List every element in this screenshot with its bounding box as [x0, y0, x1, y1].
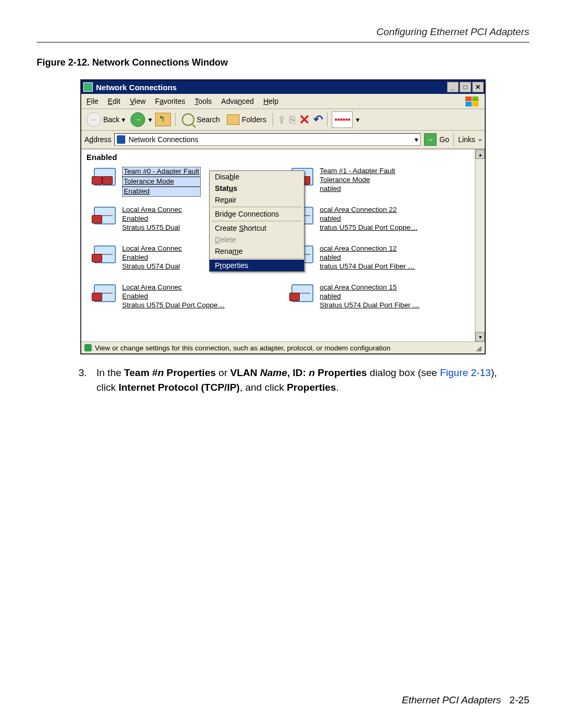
scroll-down-icon[interactable]: ▾ [475, 332, 485, 341]
resize-grip-icon[interactable]: ◢ [476, 344, 482, 352]
team-icon [91, 167, 117, 186]
copy-icon[interactable]: ⎘ [289, 114, 296, 126]
header-rule [37, 42, 529, 42]
item-line2: nabled [320, 292, 420, 301]
ctx-separator [212, 258, 302, 259]
folders-label: Folders [242, 115, 266, 124]
separator [453, 133, 454, 146]
search-icon [182, 113, 194, 126]
maximize-button[interactable]: □ [460, 82, 471, 92]
window-title: Network Connections [96, 83, 447, 92]
connection-lac-12[interactable]: ocal Area Connection 12 nabled tratus U5… [288, 244, 475, 281]
statusbar: View or change settings for this connect… [81, 341, 485, 354]
t: , and click [240, 382, 287, 393]
ctx-shortcut[interactable]: Create Shortcut [210, 222, 304, 234]
nic-icon [91, 206, 117, 224]
up-folder-button[interactable] [155, 113, 171, 126]
screenshot-container: Network Connections _ □ ✕ File Edit View… [37, 80, 529, 354]
status-icon [84, 344, 92, 351]
menu-view[interactable]: View [130, 97, 146, 105]
t: n [158, 367, 164, 378]
delete-icon[interactable]: ✕ [299, 114, 310, 125]
separator [327, 113, 328, 126]
menu-file[interactable]: File [86, 97, 99, 105]
context-menu: Disable Status Repair Bridge Connections… [209, 170, 304, 272]
connection-lac-15[interactable]: ocal Area Connection 15 nabled Stratus U… [288, 283, 475, 320]
t: Team # [124, 367, 158, 378]
item-line2: nabled [320, 253, 415, 262]
connection-team1[interactable]: Team #1 - Adapter Fault Tolerance Mode n… [288, 167, 475, 204]
connection-lac-22[interactable]: ocal Area Connection 22 nabled tratus U5… [288, 206, 475, 242]
go-label: Go [440, 135, 450, 144]
item-line3: Stratus U574 Dual [122, 262, 182, 271]
connection-lac-left-3[interactable]: Local Area Connec Enabled Stratus U575 D… [91, 283, 278, 320]
figure-caption: Figure 2-12. Network Connections Window [37, 57, 529, 68]
menubar: File Edit View Favorites Tools Advanced … [81, 94, 485, 109]
t: . [336, 382, 339, 393]
ctx-bridge[interactable]: Bridge Connections [210, 208, 304, 220]
links-label[interactable]: Links [458, 135, 475, 144]
back-button[interactable]: ← Back ▾ [84, 111, 127, 128]
nic-icon [91, 283, 117, 302]
dropdown-icon[interactable]: ▾ [415, 135, 418, 144]
menu-tools[interactable]: Tools [194, 97, 212, 105]
move-icon[interactable]: ⇪ [277, 113, 286, 126]
t: , ID: [287, 367, 309, 378]
item-line3: nabled [320, 185, 395, 194]
dropdown-icon: ▾ [122, 115, 125, 124]
ctx-rename[interactable]: Rename [210, 245, 304, 257]
network-connections-window: Network Connections _ □ ✕ File Edit View… [81, 80, 485, 354]
chevron-icon[interactable]: » [478, 136, 482, 143]
item-line1: Team #0 - Adapter Fault [122, 167, 201, 177]
go-button[interactable]: → [424, 133, 437, 146]
close-button[interactable]: ✕ [472, 82, 484, 92]
item-line1: Team #1 - Adapter Fault [320, 167, 395, 176]
menu-help[interactable]: Help [263, 97, 278, 105]
group-header: Enabled [81, 149, 485, 163]
views-button[interactable] [332, 111, 353, 128]
undo-icon[interactable]: ↶ [313, 113, 323, 126]
back-icon: ← [86, 112, 101, 127]
item-line2: nabled [320, 215, 418, 223]
item-line1: Local Area Connec [122, 283, 225, 292]
dropdown-icon[interactable]: ▾ [148, 115, 152, 124]
ctx-delete: Delete [210, 234, 304, 245]
windows-flag-icon [465, 96, 480, 106]
ctx-properties[interactable]: Properties [210, 260, 304, 271]
dropdown-icon[interactable]: ▾ [356, 115, 360, 124]
address-input[interactable]: Network Connections ▾ [114, 133, 420, 146]
menu-favorites[interactable]: Favorites [155, 97, 186, 105]
forward-button[interactable]: → [130, 112, 145, 127]
menu-advanced[interactable]: Advanced [221, 97, 254, 105]
window-controls: _ □ ✕ [447, 82, 484, 92]
search-button[interactable]: Search [180, 112, 222, 127]
figure-link[interactable]: Figure 2-13 [440, 367, 491, 378]
t: Name [260, 367, 287, 378]
minimize-button[interactable]: _ [447, 82, 459, 92]
t: Properties [164, 367, 216, 378]
nic-icon [91, 244, 117, 263]
menu-edit[interactable]: Edit [108, 97, 121, 105]
ctx-repair[interactable]: Repair [210, 194, 304, 206]
address-value: Network Connections [128, 135, 198, 144]
ctx-separator [212, 221, 302, 221]
footer-page: 2-25 [509, 694, 529, 705]
vertical-scrollbar[interactable]: ▴ ▾ [475, 149, 485, 341]
ctx-disable[interactable]: Disable [210, 171, 304, 183]
t: Internet Protocol (TCP/IP) [118, 382, 240, 393]
item-line1: ocal Area Connection 15 [320, 283, 420, 292]
folders-button[interactable]: Folders [225, 113, 268, 126]
footer-label: Ethernet PCI Adapters [402, 694, 501, 705]
item-line3: tratus U574 Dual Port Fiber … [320, 262, 415, 271]
t: Properties [287, 382, 336, 393]
status-text: View or change settings for this connect… [95, 344, 390, 352]
toolbar: ← Back ▾ → ▾ Search Folders ⇪ ⎘ [81, 109, 485, 131]
item-line1: ocal Area Connection 12 [320, 244, 415, 253]
item-line2: Enabled [122, 292, 225, 301]
page-header: Configuring Ethernet PCI Adapters [37, 26, 529, 38]
scroll-up-icon[interactable]: ▴ [475, 149, 485, 159]
item-line2: Enabled [122, 253, 182, 262]
separator [175, 113, 176, 126]
ctx-status[interactable]: Status [210, 183, 304, 194]
item-line3: Stratus U575 Dual Port Coppe… [122, 301, 225, 310]
